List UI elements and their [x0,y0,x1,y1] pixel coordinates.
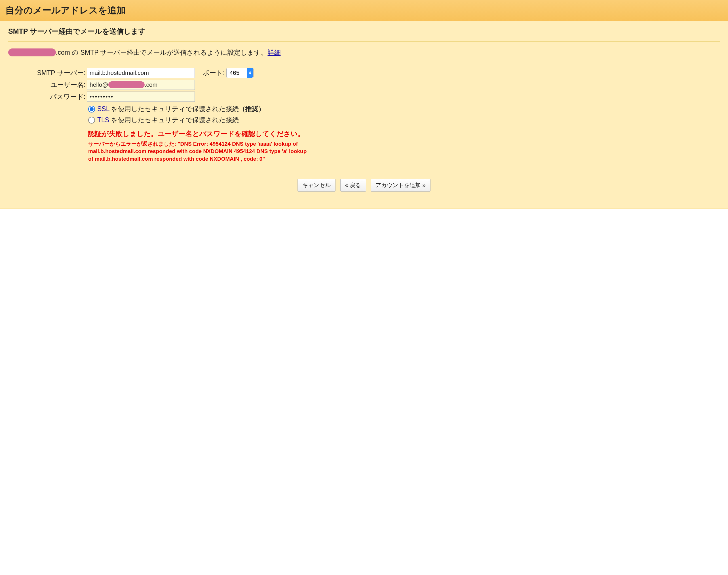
error-block: 認証が失敗しました。ユーザー名とパスワードを確認してください。 サーバーからエラ… [88,129,309,163]
username-prefix: hello@ [90,81,108,88]
domain-suffix: .com [56,49,70,56]
dialog-window: 自分のメールアドレスを追加 SMTP サーバー経由でメールを送信します .com… [0,0,728,209]
tls-link[interactable]: TLS [97,116,109,124]
redacted-username-domain [108,81,145,88]
cancel-button[interactable]: キャンセル [297,179,336,192]
ssl-text: を使用したセキュリティで保護された接続 [109,105,239,112]
tls-radio-button[interactable] [88,117,95,124]
password-label: パスワード: [25,92,87,101]
username-row: ユーザー名: hello@.com [25,80,720,90]
dialog-title: 自分のメールアドレスを追加 [5,4,723,17]
error-detail: サーバーからエラーが返されました: "DNS Error: 4954124 DN… [88,140,309,163]
ssl-recommended: （推奨） [239,105,265,112]
smtp-row: SMTP サーバー: ポート: 465 [25,68,720,78]
description-after: の SMTP サーバー経由でメールが送信されるように設定します。 [70,49,268,56]
password-input[interactable] [87,92,195,102]
smtp-label: SMTP サーバー: [25,69,87,77]
button-row: キャンセル « 戻る アカウントを追加 » [8,179,720,192]
security-radio-group: SSL を使用したセキュリティで保護された接続（推奨） TLS を使用したセキュ… [88,105,720,125]
password-row: パスワード: [25,92,720,102]
form-area: SMTP サーバー: ポート: 465 ユーザー名: hello@.com パス… [25,68,720,102]
dropdown-arrow-icon [247,68,253,78]
error-heading: 認証が失敗しました。ユーザー名とパスワードを確認してください。 [88,129,309,139]
username-label: ユーザー名: [25,80,87,89]
port-select[interactable]: 465 [226,68,254,78]
tls-radio-row[interactable]: TLS を使用したセキュリティで保護された接続 [88,115,720,125]
ssl-link[interactable]: SSL [97,105,109,112]
description-text: .com の SMTP サーバー経由でメールが送信されるように設定します。詳細 [8,48,720,57]
details-link[interactable]: 詳細 [268,49,281,56]
username-input[interactable]: hello@.com [87,80,195,90]
port-value: 465 [229,69,240,76]
ssl-radio-button[interactable] [88,106,95,112]
dialog-content: SMTP サーバー経由でメールを送信します .com の SMTP サーバー経由… [0,21,728,209]
port-label: ポート: [203,69,225,77]
title-bar: 自分のメールアドレスを追加 [0,0,728,21]
username-suffix: .com [145,81,158,88]
section-heading: SMTP サーバー経由でメールを送信します [8,27,720,42]
smtp-server-input[interactable] [87,68,195,78]
redacted-domain [8,48,56,57]
add-account-button[interactable]: アカウントを追加 » [371,179,431,192]
ssl-radio-row[interactable]: SSL を使用したセキュリティで保護された接続（推奨） [88,105,720,113]
back-button[interactable]: « 戻る [340,179,366,192]
tls-text: を使用したセキュリティで保護された接続 [109,116,239,124]
